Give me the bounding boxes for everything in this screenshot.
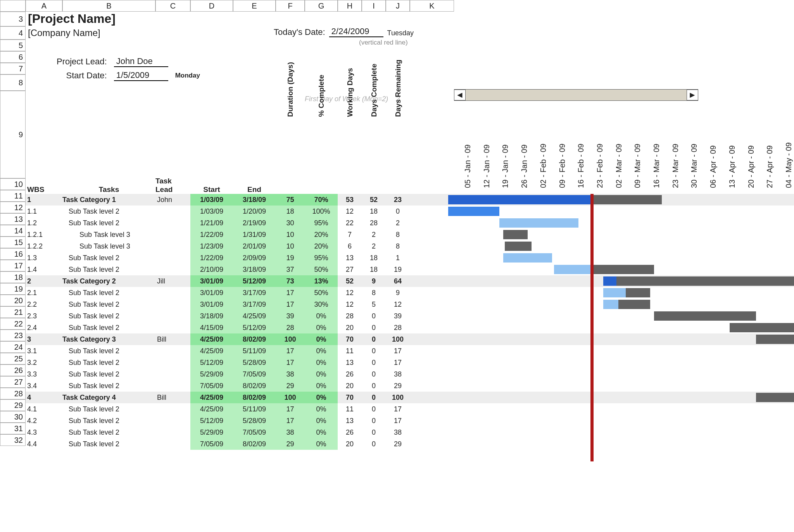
row-header-12[interactable]: 12 xyxy=(0,202,26,213)
cell-duration[interactable]: 10 xyxy=(276,229,305,240)
cell-working-days[interactable]: 52 xyxy=(338,275,362,287)
cell-working-days[interactable]: 13 xyxy=(338,252,362,264)
column-header-G[interactable]: G xyxy=(305,0,338,12)
cell-start[interactable]: 3/01/09 xyxy=(190,275,233,287)
cell-lead[interactable] xyxy=(155,380,190,392)
cell-wbs[interactable]: 2.4 xyxy=(26,322,62,333)
cell-task-name[interactable]: Sub Task level 2 xyxy=(62,217,155,229)
scroll-right-button[interactable]: ► xyxy=(687,90,698,100)
cell-lead[interactable] xyxy=(155,427,190,438)
cell-pct[interactable]: 50% xyxy=(305,264,338,275)
cell-days-remaining[interactable]: 29 xyxy=(386,380,410,392)
cell-task-name[interactable]: Sub Task level 2 xyxy=(62,427,155,438)
cell-start[interactable]: 4/25/09 xyxy=(190,403,233,415)
cell-wbs[interactable]: 1.3 xyxy=(26,252,62,264)
cell-task-name[interactable]: Sub Task level 3 xyxy=(62,240,155,252)
cell-working-days[interactable]: 11 xyxy=(338,403,362,415)
cell-end[interactable]: 5/28/09 xyxy=(233,415,276,427)
cell-start[interactable]: 1/03/09 xyxy=(190,194,233,206)
cell-task-name[interactable]: Sub Task level 2 xyxy=(62,403,155,415)
cell-wbs[interactable]: 3.1 xyxy=(26,345,62,357)
cell-duration[interactable]: 75 xyxy=(276,194,305,206)
cell-lead[interactable] xyxy=(155,357,190,368)
cell-days-complete[interactable]: 2 xyxy=(362,229,386,240)
cell-start[interactable]: 3/01/09 xyxy=(190,287,233,299)
cell-start[interactable]: 4/25/09 xyxy=(190,333,233,345)
cell-wbs[interactable]: 1.1 xyxy=(26,206,62,217)
cell-days-complete[interactable]: 2 xyxy=(362,240,386,252)
cell-start[interactable]: 2/10/09 xyxy=(190,264,233,275)
cell-days-complete[interactable]: 5 xyxy=(362,299,386,310)
cell-lead[interactable] xyxy=(155,403,190,415)
cell-task-name[interactable]: Task Category 1 xyxy=(62,194,155,206)
cell-task-name[interactable]: Task Category 4 xyxy=(62,392,155,403)
cell-pct[interactable]: 0% xyxy=(305,357,338,368)
cell-duration[interactable]: 29 xyxy=(276,380,305,392)
cell-start[interactable]: 7/05/09 xyxy=(190,380,233,392)
task-row[interactable]: 1.2.1Sub Task level 31/22/091/31/091020%… xyxy=(26,229,794,240)
cell-pct[interactable]: 0% xyxy=(305,392,338,403)
cell-duration[interactable]: 10 xyxy=(276,240,305,252)
cell-days-complete[interactable]: 8 xyxy=(362,287,386,299)
cell-duration[interactable]: 17 xyxy=(276,403,305,415)
cell-days-complete[interactable]: 0 xyxy=(362,368,386,380)
task-row[interactable]: 3.3Sub Task level 25/29/097/05/09380%260… xyxy=(26,368,794,380)
cell-working-days[interactable]: 11 xyxy=(338,345,362,357)
task-row[interactable]: 1.3Sub Task level 21/22/092/09/091995%13… xyxy=(26,252,794,264)
cell-days-complete[interactable]: 0 xyxy=(362,380,386,392)
cell-end[interactable]: 2/01/09 xyxy=(233,240,276,252)
cell-duration[interactable]: 100 xyxy=(276,333,305,345)
cell-duration[interactable]: 39 xyxy=(276,310,305,322)
cell-end[interactable]: 8/02/09 xyxy=(233,438,276,450)
row-header-30[interactable]: 30 xyxy=(0,411,26,423)
cell-task-name[interactable]: Sub Task level 2 xyxy=(62,322,155,333)
cell-pct[interactable]: 30% xyxy=(305,299,338,310)
cell-end[interactable]: 1/31/09 xyxy=(233,229,276,240)
cell-duration[interactable]: 38 xyxy=(276,368,305,380)
cell-working-days[interactable]: 27 xyxy=(338,264,362,275)
cell-wbs[interactable]: 2.2 xyxy=(26,299,62,310)
row-header-6[interactable]: 6 xyxy=(0,51,26,63)
task-category-row[interactable]: 3Task Category 3Bill4/25/098/02/091000%7… xyxy=(26,333,794,345)
column-header-E[interactable]: E xyxy=(233,0,276,12)
cell-pct[interactable]: 20% xyxy=(305,229,338,240)
cell-start[interactable]: 5/12/09 xyxy=(190,357,233,368)
task-row[interactable]: 1.2Sub Task level 21/21/092/19/093095%22… xyxy=(26,217,794,229)
cell-start[interactable]: 7/05/09 xyxy=(190,438,233,450)
cell-lead[interactable] xyxy=(155,322,190,333)
cell-pct[interactable]: 70% xyxy=(305,194,338,206)
cell-working-days[interactable]: 12 xyxy=(338,299,362,310)
cell-start[interactable]: 4/15/09 xyxy=(190,322,233,333)
row-header-10[interactable]: 10 xyxy=(0,178,26,190)
cell-wbs[interactable]: 1.2.2 xyxy=(26,240,62,252)
cell-end[interactable]: 3/17/09 xyxy=(233,287,276,299)
cell-days-complete[interactable]: 0 xyxy=(362,322,386,333)
cell-task-name[interactable]: Sub Task level 2 xyxy=(62,438,155,450)
cell-start[interactable]: 3/18/09 xyxy=(190,310,233,322)
cell-working-days[interactable]: 70 xyxy=(338,392,362,403)
column-header-F[interactable]: F xyxy=(276,0,305,12)
cell-wbs[interactable]: 1 xyxy=(26,194,62,206)
cell-working-days[interactable]: 20 xyxy=(338,322,362,333)
cell-task-name[interactable]: Sub Task level 3 xyxy=(62,229,155,240)
cell-end[interactable]: 8/02/09 xyxy=(233,333,276,345)
cell-lead[interactable]: Jill xyxy=(155,275,190,287)
cell-pct[interactable]: 0% xyxy=(305,368,338,380)
task-row[interactable]: 1.1Sub Task level 21/03/091/20/0918100%1… xyxy=(26,206,794,217)
cell-start[interactable]: 1/23/09 xyxy=(190,240,233,252)
gantt-scroll-track[interactable]: ◄ ► xyxy=(454,89,698,101)
row-header-21[interactable]: 21 xyxy=(0,306,26,318)
cell-working-days[interactable]: 7 xyxy=(338,229,362,240)
cell-end[interactable]: 8/02/09 xyxy=(233,380,276,392)
cell-task-name[interactable]: Sub Task level 2 xyxy=(62,357,155,368)
cell-days-remaining[interactable]: 17 xyxy=(386,403,410,415)
cell-pct[interactable]: 0% xyxy=(305,310,338,322)
row-header-7[interactable]: 7 xyxy=(0,63,26,74)
row-header-4[interactable]: 4 xyxy=(0,26,26,40)
cell-lead[interactable] xyxy=(155,438,190,450)
row-header-15[interactable]: 15 xyxy=(0,237,26,248)
cell-wbs[interactable]: 1.2 xyxy=(26,217,62,229)
cell-pct[interactable]: 0% xyxy=(305,438,338,450)
cell-working-days[interactable]: 12 xyxy=(338,206,362,217)
task-category-row[interactable]: 2Task Category 2Jill3/01/095/12/097313%5… xyxy=(26,275,794,287)
